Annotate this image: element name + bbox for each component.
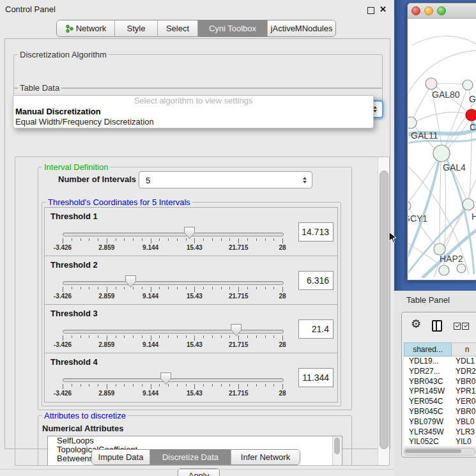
tab-infer-network[interactable]: Infer Network bbox=[231, 450, 300, 464]
tick-label: -3.426 bbox=[54, 390, 72, 397]
threshold-panel: Threshold 3-3.4262.8599.14415.4321.71528… bbox=[44, 304, 338, 354]
table-row[interactable]: YLR345WYLR3 bbox=[404, 427, 476, 438]
gear-icon[interactable]: ⚙ bbox=[411, 318, 421, 330]
tick-labels: -3.4262.8599.14415.4321.71528 bbox=[63, 244, 283, 252]
tab-impute-data[interactable]: Impute Data bbox=[92, 450, 150, 464]
network-graph: GAL80GCGAL11GAL4GCY1HHAP2 bbox=[408, 19, 476, 278]
dropdown-option-equal-width[interactable]: Equal Width/Frequency Discretization bbox=[13, 117, 373, 128]
tick-label: 9.144 bbox=[142, 341, 158, 348]
table-row[interactable]: YDL19...YDL1 bbox=[404, 357, 476, 367]
list-item[interactable]: SelfLoops bbox=[48, 436, 342, 445]
settings-scrollbar[interactable] bbox=[378, 157, 389, 465]
network-node[interactable] bbox=[466, 109, 476, 121]
tab-jactivemnodules[interactable]: jActiveMNodules bbox=[267, 20, 335, 36]
node-label: GAL11 bbox=[411, 130, 438, 141]
node-label: HAP2 bbox=[440, 254, 463, 264]
network-window-titlebar[interactable] bbox=[408, 3, 476, 19]
tick-label: -3.426 bbox=[54, 341, 72, 348]
threshold-value-field[interactable]: 14.713 bbox=[298, 222, 334, 242]
threshold-value-field[interactable]: 21.4 bbox=[298, 319, 334, 339]
slider-thumb[interactable] bbox=[160, 372, 171, 385]
slider-thumb[interactable] bbox=[231, 324, 242, 336]
network-icon bbox=[65, 24, 73, 33]
algorithm-group: Discretization Algorithm bbox=[13, 54, 383, 89]
slider-track[interactable] bbox=[63, 378, 284, 382]
table-row[interactable]: YER054CYER0 bbox=[404, 397, 476, 407]
minimize-traffic-light[interactable] bbox=[424, 6, 433, 15]
tick-label: 21.715 bbox=[229, 244, 249, 251]
tab-network[interactable]: Network bbox=[57, 20, 114, 36]
tab-label: Network bbox=[76, 24, 107, 33]
tick-labels: -3.4262.8599.14415.4321.71528 bbox=[63, 341, 283, 349]
table-panel-title: Table Panel bbox=[406, 295, 450, 305]
dropdown-option-manual[interactable]: Manual Discretization bbox=[13, 107, 373, 118]
network-node[interactable] bbox=[426, 78, 437, 89]
table-row[interactable]: YDR27...YDR2 bbox=[404, 367, 476, 377]
table-hscrollbar[interactable] bbox=[404, 448, 475, 456]
window-bottom-divider bbox=[0, 469, 394, 470]
table-row[interactable]: YIL052CYIL0 bbox=[404, 437, 476, 446]
tick-label: 15.43 bbox=[187, 244, 203, 251]
threshold-value-field[interactable]: 11.344 bbox=[298, 368, 334, 387]
node-label: G bbox=[469, 94, 476, 104]
slider-track[interactable] bbox=[63, 330, 284, 334]
list-scrollbar-thumb[interactable] bbox=[334, 438, 340, 454]
threshold-value-field[interactable]: 6.316 bbox=[298, 271, 334, 290]
tick-marks bbox=[63, 287, 283, 293]
tick-marks bbox=[63, 384, 283, 390]
network-node[interactable] bbox=[457, 264, 466, 273]
algorithm-dropdown-popup: Select algorithm to view settings Manual… bbox=[13, 95, 374, 128]
tab-select[interactable]: Select bbox=[157, 20, 197, 36]
tick-label: 28 bbox=[279, 293, 286, 300]
dropdown-prompt: Select algorithm to view settings bbox=[13, 96, 373, 107]
network-node[interactable] bbox=[433, 145, 450, 162]
window-title: Control Panel bbox=[5, 4, 56, 14]
network-node[interactable] bbox=[439, 265, 449, 275]
numerical-attributes-label: Numerical Attributes bbox=[42, 424, 123, 433]
zoom-traffic-light[interactable] bbox=[437, 6, 446, 15]
combo-arrows-icon[interactable] bbox=[303, 177, 307, 183]
group-title: Discretization Algorithm bbox=[18, 50, 109, 59]
tab-discretize-data[interactable]: Discretize Data bbox=[150, 450, 231, 464]
float-window-icon[interactable] bbox=[367, 7, 374, 14]
table-hscrollbar-thumb[interactable] bbox=[405, 449, 461, 453]
bottom-tab-bar: Impute Data Discretize Data Infer Networ… bbox=[91, 449, 300, 465]
combo-arrows-icon[interactable] bbox=[373, 106, 378, 112]
node-label: GAL4 bbox=[443, 162, 466, 173]
network-node[interactable] bbox=[463, 80, 473, 90]
column-header-shared[interactable]: shared... bbox=[404, 342, 452, 357]
network-node[interactable] bbox=[408, 117, 417, 128]
table-row[interactable]: YBL079WYBL0 bbox=[404, 417, 476, 427]
close-traffic-light[interactable] bbox=[411, 6, 420, 15]
table-header: shared... n bbox=[404, 342, 476, 357]
network-canvas[interactable]: GAL80GCGAL11GAL4GCY1HHAP2 bbox=[408, 19, 476, 278]
slider-thumb[interactable] bbox=[184, 227, 195, 239]
network-view-window: GAL80GCGAL11GAL4GCY1HHAP2 bbox=[407, 3, 476, 280]
table-row[interactable]: YBR045CYBR0 bbox=[404, 407, 476, 417]
slider-thumb[interactable] bbox=[125, 275, 136, 288]
tick-label: 2.859 bbox=[98, 293, 114, 300]
threshold-panel: Threshold 2-3.4262.8599.14415.4321.71528… bbox=[44, 256, 338, 305]
tab-cyni-toolbox[interactable]: Cyni Toolbox bbox=[197, 20, 267, 36]
tab-style[interactable]: Style bbox=[114, 20, 157, 36]
node-label: C bbox=[470, 122, 476, 132]
column-select-icon[interactable] bbox=[454, 323, 469, 330]
tick-labels: -3.4262.8599.14415.4321.71528 bbox=[63, 293, 283, 300]
checkbox-icon bbox=[454, 323, 461, 330]
table-row[interactable]: YBR043CYBR0 bbox=[404, 377, 476, 387]
tick-label: 9.144 bbox=[142, 293, 158, 300]
slider-track[interactable] bbox=[63, 281, 284, 285]
network-node[interactable] bbox=[463, 199, 474, 210]
slider-track[interactable] bbox=[63, 233, 284, 236]
split-panel-icon[interactable] bbox=[432, 320, 442, 332]
column-header-name[interactable]: n bbox=[452, 342, 476, 357]
num-intervals-combobox[interactable]: 5 bbox=[139, 171, 312, 188]
network-node[interactable] bbox=[408, 201, 411, 210]
tick-label: 9.144 bbox=[142, 390, 158, 397]
tick-label: 28 bbox=[279, 390, 286, 397]
tick-label: 28 bbox=[279, 341, 286, 348]
settings-scrollbar-thumb[interactable] bbox=[380, 171, 388, 449]
table-row[interactable]: YPR145WYPR1 bbox=[404, 387, 476, 397]
list-scrollbar[interactable] bbox=[332, 436, 342, 466]
close-icon[interactable]: ✕ bbox=[380, 4, 387, 14]
